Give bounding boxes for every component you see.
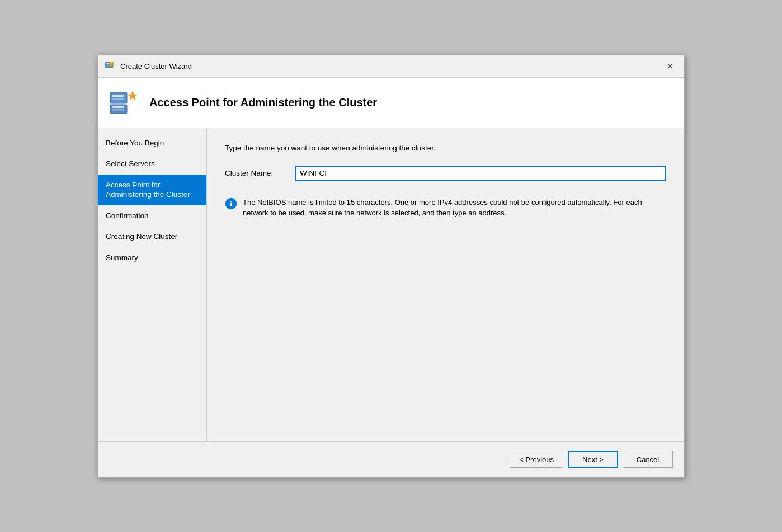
title-bar-left: Create Cluster Wizard <box>105 60 192 72</box>
main-area: Before You Begin Select Servers Access P… <box>98 128 684 441</box>
title-bar-text: Create Cluster Wizard <box>120 62 192 70</box>
cluster-name-label: Cluster Name: <box>225 169 286 177</box>
svg-rect-9 <box>112 106 124 108</box>
close-button[interactable]: ✕ <box>662 58 677 74</box>
footer: < Previous Next > Cancel <box>98 441 684 477</box>
sidebar-item-creating-new-cluster[interactable]: Creating New Cluster <box>98 226 206 247</box>
cluster-name-input[interactable] <box>295 166 666 181</box>
wizard-window: Create Cluster Wizard ✕ Access Point for… <box>97 55 685 478</box>
sidebar-item-access-point[interactable]: Access Point for Administering the Clust… <box>98 175 206 205</box>
content-area: Type the name you want to use when admin… <box>207 128 684 441</box>
info-box: i The NetBIOS name is limited to 15 char… <box>225 197 666 219</box>
cluster-name-row: Cluster Name: <box>225 166 666 181</box>
svg-rect-6 <box>112 95 124 97</box>
sidebar-item-confirmation[interactable]: Confirmation <box>98 205 206 227</box>
svg-rect-7 <box>112 98 124 100</box>
info-icon: i <box>225 197 237 210</box>
sidebar-item-select-servers[interactable]: Select Servers <box>98 153 206 175</box>
cancel-button[interactable]: Cancel <box>623 451 673 468</box>
next-button[interactable]: Next > <box>568 451 618 468</box>
svg-marker-11 <box>128 91 137 100</box>
page-header-title: Access Point for Administering the Clust… <box>149 96 377 109</box>
sidebar: Before You Begin Select Servers Access P… <box>98 128 207 441</box>
info-message: The NetBIOS name is limited to 15 charac… <box>243 197 666 219</box>
sidebar-item-summary[interactable]: Summary <box>98 247 206 269</box>
sidebar-item-before-you-begin[interactable]: Before You Begin <box>98 133 206 154</box>
header-icon <box>109 87 140 118</box>
instruction-text: Type the name you want to use when admin… <box>225 144 666 152</box>
previous-button[interactable]: < Previous <box>510 451 563 468</box>
svg-rect-10 <box>112 109 124 111</box>
svg-text:i: i <box>230 200 232 208</box>
wizard-icon <box>105 60 116 72</box>
title-bar: Create Cluster Wizard ✕ <box>98 55 684 78</box>
svg-rect-3 <box>109 62 114 66</box>
svg-marker-4 <box>110 61 112 63</box>
header-area: Access Point for Administering the Clust… <box>98 78 684 128</box>
